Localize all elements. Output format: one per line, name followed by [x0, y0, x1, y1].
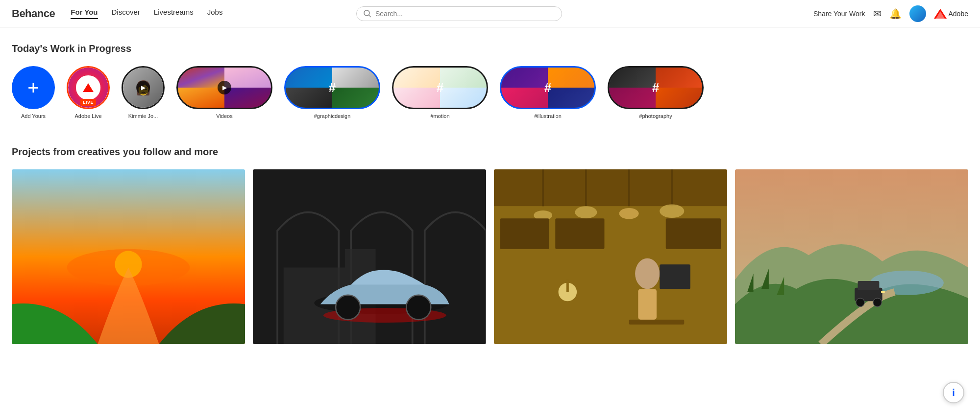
photo-thumb-4 — [656, 88, 702, 108]
videos-label: Videos — [216, 113, 232, 119]
videos-play-icon: ▶ — [218, 81, 231, 94]
photo-thumb-3 — [609, 88, 656, 108]
gd-thumb-2 — [332, 68, 379, 88]
project-card-2[interactable] — [253, 169, 486, 344]
main-nav: Behance For You Discover Livestreams Job… — [0, 0, 980, 27]
projects-section: Projects from creatives you follow and m… — [12, 146, 968, 344]
video-thumb-3 — [178, 88, 224, 108]
section-title-wip: Today's Work in Progress — [12, 43, 968, 54]
hash-photography-icon: # — [652, 80, 659, 95]
motion-thumb-4 — [440, 88, 487, 108]
video-thumb-2 — [224, 68, 271, 88]
project-card-3[interactable] — [494, 169, 727, 344]
nav-right: Share Your Work ✉ 🔔 Adobe — [813, 5, 968, 22]
work-in-progress-section: Today's Work in Progress + Add Yours LIV — [12, 43, 968, 123]
illustration-label: #illustration — [534, 113, 562, 119]
photography-wide-circle[interactable]: # — [608, 66, 704, 109]
story-adobe-live[interactable]: LIVE Adobe Live — [67, 66, 110, 119]
nav-links: For You Discover Livestreams Jobs — [71, 8, 222, 19]
svg-rect-24 — [666, 218, 721, 249]
svg-point-11 — [406, 295, 431, 320]
kimmie-label: Kimmie Jo... — [128, 113, 158, 119]
svg-rect-37 — [881, 291, 885, 293]
project-thumb-2 — [253, 169, 486, 344]
project-card-4[interactable] — [735, 169, 968, 344]
svg-point-20 — [619, 208, 639, 219]
illus-thumb-2 — [548, 68, 594, 88]
photo-thumb-1 — [609, 68, 656, 88]
svg-rect-28 — [638, 289, 657, 320]
story-graphicdesign[interactable]: # #graphicdesign — [284, 66, 380, 119]
svg-point-21 — [660, 204, 684, 218]
messages-icon[interactable]: ✉ — [873, 8, 882, 20]
story-illustration[interactable]: # #illustration — [500, 66, 596, 119]
play-icon: ▶ — [136, 81, 150, 94]
project-card-1[interactable] — [12, 169, 245, 344]
adobe-live-label: Adobe Live — [74, 113, 101, 119]
gd-thumb-4 — [332, 88, 379, 108]
illus-thumb-4 — [548, 88, 594, 108]
share-your-work-button[interactable]: Share Your Work — [813, 10, 865, 18]
projects-grid — [12, 169, 968, 344]
adobe-icon — [934, 9, 947, 19]
illustration-wide-circle[interactable]: # — [500, 66, 596, 109]
motion-wide-circle[interactable]: # — [392, 66, 488, 109]
svg-point-35 — [856, 298, 865, 307]
adobe-live-circle[interactable]: LIVE — [67, 66, 110, 109]
video-thumb-4 — [224, 88, 271, 108]
video-thumb-1 — [178, 68, 224, 88]
nav-link-for-you[interactable]: For You — [71, 8, 98, 19]
story-motion[interactable]: # #motion — [392, 66, 488, 119]
nav-link-discover[interactable]: Discover — [112, 8, 140, 19]
project-thumb-3 — [494, 169, 727, 344]
photography-label: #photography — [639, 113, 672, 119]
svg-line-1 — [368, 15, 370, 17]
svg-point-27 — [635, 258, 660, 289]
avatar[interactable] — [909, 5, 926, 22]
motion-thumb-1 — [393, 68, 440, 88]
svg-point-36 — [873, 298, 882, 307]
add-plus-icon: + — [27, 78, 39, 97]
notifications-icon[interactable]: 🔔 — [889, 8, 902, 20]
adobe-triangle-icon — [83, 83, 94, 92]
search-bar[interactable] — [356, 6, 562, 21]
gd-thumb-1 — [286, 68, 332, 88]
graphicdesign-wide-circle[interactable]: # — [284, 66, 380, 109]
motion-label: #motion — [430, 113, 449, 119]
videos-wide-circle[interactable]: ▶ — [176, 66, 272, 109]
nav-link-livestreams[interactable]: Livestreams — [154, 8, 194, 19]
illus-thumb-3 — [501, 88, 548, 108]
gd-thumb-3 — [286, 88, 332, 108]
main-content: Today's Work in Progress + Add Yours LIV — [0, 27, 980, 360]
adobe-logo[interactable]: Adobe — [934, 9, 968, 19]
story-videos[interactable]: ▶ Videos — [176, 66, 272, 119]
svg-rect-22 — [500, 218, 549, 249]
graphicdesign-label: #graphicdesign — [314, 113, 351, 119]
nav-link-jobs[interactable]: Jobs — [207, 8, 223, 19]
motion-thumb-3 — [393, 88, 440, 108]
hash-graphicdesign-icon: # — [329, 80, 336, 95]
kimmie-circle[interactable]: 👩 ▶ — [122, 66, 165, 109]
illus-thumb-1 — [501, 68, 548, 88]
add-yours-label: Add Yours — [21, 113, 46, 119]
hash-illustration-icon: # — [544, 80, 551, 95]
behance-logo[interactable]: Behance — [12, 7, 55, 20]
hash-motion-icon: # — [437, 80, 443, 95]
search-input[interactable] — [375, 10, 555, 18]
adobe-label: Adobe — [949, 10, 968, 18]
add-yours-circle[interactable]: + — [12, 66, 55, 109]
project-thumb-4 — [735, 169, 968, 344]
svg-rect-23 — [555, 218, 604, 249]
project-thumb-1 — [12, 169, 245, 344]
photo-thumb-2 — [656, 68, 702, 88]
svg-rect-29 — [629, 320, 685, 325]
svg-rect-13 — [494, 169, 727, 206]
svg-point-10 — [336, 295, 360, 320]
story-add-yours[interactable]: + Add Yours — [12, 66, 55, 119]
stories-row: + Add Yours LIVE Adobe Live — [12, 66, 968, 123]
svg-rect-26 — [566, 279, 569, 292]
live-badge: LIVE — [80, 99, 96, 106]
story-kimmie[interactable]: 👩 ▶ Kimmie Jo... — [122, 66, 165, 119]
svg-rect-34 — [858, 281, 880, 290]
story-photography[interactable]: # #photography — [608, 66, 704, 119]
